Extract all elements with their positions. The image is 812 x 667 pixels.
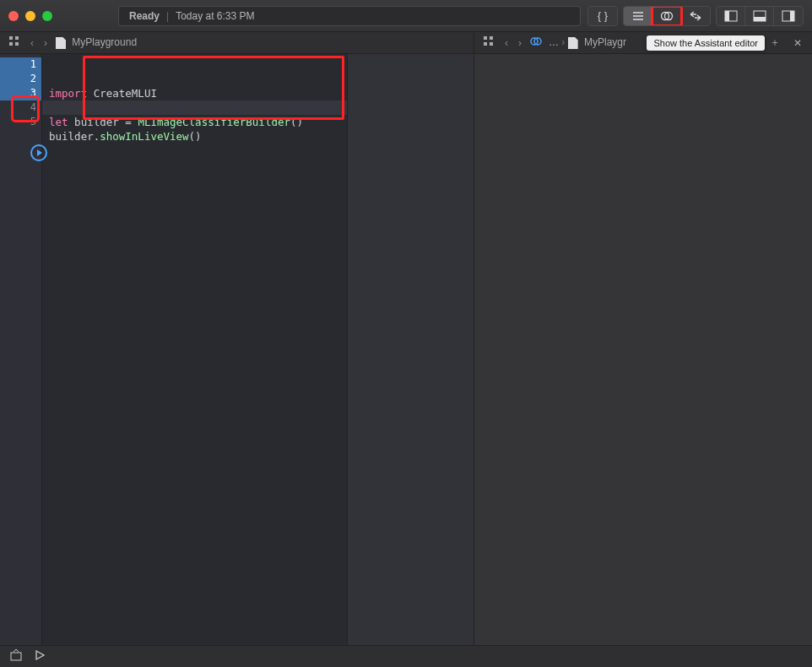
- svg-rect-12: [15, 36, 19, 40]
- standard-editor-button[interactable]: [624, 7, 652, 25]
- assistant-forward-button[interactable]: ›: [517, 37, 523, 49]
- titlebar: Ready | Today at 6:33 PM { }: [0, 0, 812, 32]
- token-method: showInLiveView: [100, 130, 188, 143]
- panel-toggle-group: [716, 6, 804, 26]
- venn-icon: [660, 10, 674, 22]
- bottom-panel-icon: [753, 10, 766, 22]
- status-label: Ready: [129, 10, 160, 22]
- token-keyword: import: [49, 87, 87, 100]
- minimize-window-button[interactable]: [25, 11, 35, 21]
- add-assistant-tab-button[interactable]: ＋: [766, 35, 783, 50]
- svg-rect-8: [754, 17, 766, 21]
- arrows-icon: [689, 10, 702, 22]
- svg-rect-17: [484, 42, 487, 46]
- right-panel-icon: [782, 10, 795, 22]
- token-identifier: builder: [74, 116, 119, 128]
- panel-up-icon: [10, 649, 22, 661]
- toggle-navigator-button[interactable]: [717, 7, 745, 25]
- debug-bar: [0, 645, 812, 667]
- zoom-window-button[interactable]: [42, 11, 52, 21]
- related-items-button[interactable]: [7, 35, 22, 50]
- toggle-inspector-button[interactable]: [774, 7, 803, 25]
- svg-rect-14: [15, 42, 19, 46]
- token-module: CreateMLUI: [94, 87, 157, 100]
- results-sidebar: [347, 54, 474, 645]
- assistant-related-button[interactable]: [481, 35, 496, 50]
- code-snippets-button[interactable]: { }: [588, 7, 617, 25]
- forward-button[interactable]: ›: [42, 37, 49, 49]
- assistant-editor-pane[interactable]: [474, 54, 812, 645]
- swift-file-icon: [56, 37, 66, 49]
- token-keyword: let: [49, 116, 68, 128]
- token-identifier: builder: [49, 130, 94, 143]
- window-controls: [8, 11, 52, 21]
- line-number[interactable]: 2: [0, 72, 41, 86]
- svg-rect-10: [790, 11, 794, 21]
- assistant-back-button[interactable]: ‹: [503, 37, 510, 49]
- activity-status: Ready | Today at 6:33 PM: [118, 6, 581, 26]
- close-window-button[interactable]: [8, 11, 19, 21]
- breadcrumb-file[interactable]: MyPlayground: [56, 36, 137, 49]
- library-button-group: { }: [587, 6, 618, 26]
- version-editor-button[interactable]: [681, 7, 710, 25]
- back-button[interactable]: ‹: [29, 37, 35, 49]
- svg-rect-6: [725, 11, 729, 21]
- main-split: 1 2 3 4 5 import CreateMLUI let builder …: [0, 54, 812, 645]
- token-type: MLImageClassifierBuilder: [138, 116, 290, 128]
- jump-bar-primary: ‹ › MyPlayground: [0, 32, 474, 53]
- token-punct: (): [290, 116, 303, 128]
- toggle-debug-area-button[interactable]: [745, 7, 774, 25]
- counterparts-icon[interactable]: [530, 36, 542, 49]
- token-punct: (): [189, 130, 202, 143]
- source-editor[interactable]: import CreateMLUI let builder = MLImageC…: [42, 54, 347, 645]
- lines-icon: [631, 10, 645, 22]
- svg-rect-13: [9, 42, 13, 46]
- close-assistant-tab-button[interactable]: ✕: [790, 37, 805, 49]
- chevron-right-icon: ›: [561, 36, 567, 48]
- status-divider: |: [166, 10, 169, 22]
- svg-rect-21: [11, 653, 21, 660]
- svg-rect-18: [490, 42, 493, 46]
- toolbar-right: { }: [587, 6, 804, 26]
- assistant-file-label: MyPlaygr: [584, 36, 626, 48]
- line-gutter: 1 2 3 4 5: [0, 54, 42, 645]
- line-number[interactable]: 1: [0, 57, 41, 72]
- editor-mode-group: [623, 6, 711, 26]
- svg-rect-11: [9, 36, 13, 40]
- braces-icon: { }: [598, 9, 608, 22]
- current-line-highlight: [42, 100, 347, 115]
- run-line-annotation: [14, 98, 37, 120]
- assistant-editor-tooltip: Show the Assistant editor: [647, 35, 765, 51]
- status-time: Today at 6:33 PM: [176, 10, 254, 22]
- toggle-debug-console-button[interactable]: [10, 649, 22, 664]
- grid-icon: [483, 35, 495, 47]
- assistant-ellipsis: …: [549, 36, 559, 48]
- token-punct: =: [119, 116, 138, 128]
- svg-rect-15: [484, 36, 487, 40]
- source-editor-pane: 1 2 3 4 5 import CreateMLUI let builder …: [0, 54, 474, 645]
- swift-file-icon: [568, 37, 578, 49]
- assistant-editor-button[interactable]: [652, 7, 681, 25]
- execute-playground-button[interactable]: [34, 649, 46, 664]
- left-panel-icon: [724, 10, 738, 22]
- svg-rect-16: [490, 36, 493, 40]
- grid-icon: [8, 35, 20, 47]
- play-icon: [34, 649, 46, 661]
- breadcrumb-file-label: MyPlayground: [72, 36, 137, 48]
